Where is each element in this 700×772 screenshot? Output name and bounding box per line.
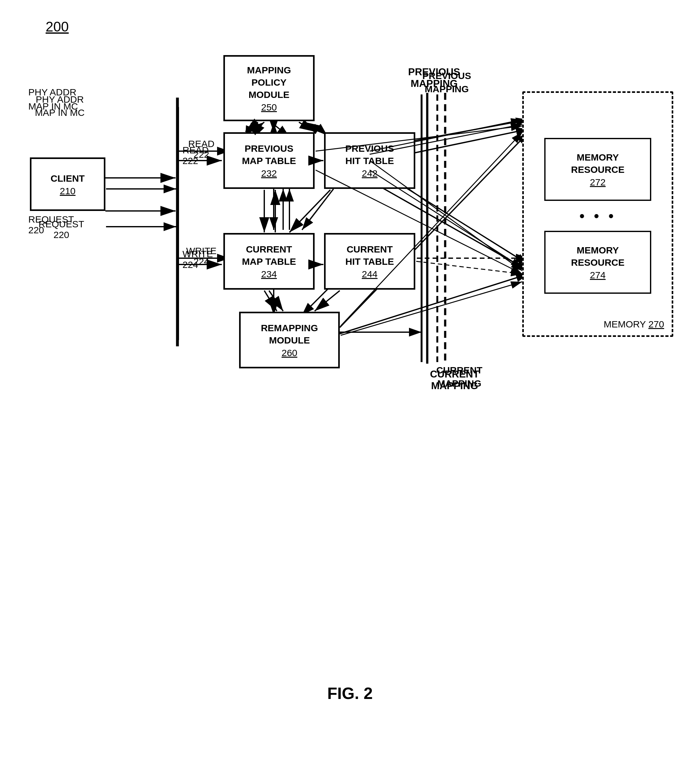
memory-dots: • • • [579,207,616,224]
prev-hit-table-label: PREVIOUSHIT TABLE [345,142,394,167]
svg-line-38 [299,122,315,132]
diagram-container: 200 [0,0,700,772]
svg-line-39 [305,122,321,132]
memory-resource-274-box: MEMORYRESOURCE 274 [544,231,651,294]
client-box: CLIENT 210 [30,157,105,211]
memory-resource-274-ref: 274 [590,270,605,281]
prev-map-table-ref: 232 [261,168,277,179]
figure-ref: 200 [46,19,69,34]
request-label-text: REQUEST220 [28,214,74,236]
remapping-module-label: REMAPPINGMODULE [261,322,318,346]
memory-resource-272-ref: 272 [590,177,605,188]
svg-line-54 [416,261,522,274]
memory-270-label: MEMORY 270 [604,319,664,330]
memory-resource-274-label: MEMORYRESOURCE [571,244,625,268]
curr-hit-table-box: CURRENTHIT TABLE 244 [324,233,415,290]
curr-map-table-label: CURRENTMAP TABLE [242,243,296,268]
prev-map-table-label: PREVIOUSMAP TABLE [242,142,296,167]
curr-hit-table-ref: 244 [362,269,377,280]
write-label-text: WRITE224 [183,249,213,270]
prev-hit-table-box: PREVIOUSHIT TABLE 242 [324,132,415,189]
read-label-text: READ222 [183,145,209,166]
mapping-policy-ref: 250 [261,102,277,113]
figure-title: FIG. 2 [327,684,372,703]
svg-line-47 [315,291,340,311]
svg-line-56 [341,282,522,335]
memory-resource-272-label: MEMORYRESOURCE [571,151,625,176]
prev-hit-table-ref: 242 [362,168,377,179]
client-ref: 210 [60,186,75,196]
svg-line-36 [245,122,258,132]
phy-addr-label-text: PHY ADDRMAP IN MC [28,85,78,113]
remapping-module-box: REMAPPINGMODULE 260 [239,312,340,368]
previous-mapping-text: PREVIOUSMAPPING [404,66,464,90]
mapping-policy-box: MAPPINGPOLICYMODULE 250 [224,55,315,121]
svg-line-42 [289,190,330,232]
mapping-policy-label: MAPPINGPOLICYMODULE [247,64,291,101]
current-mapping-text: CURRENTMAPPING [423,368,486,392]
svg-line-46 [269,291,283,311]
remapping-module-ref: 260 [282,348,297,358]
curr-map-table-ref: 234 [261,269,277,280]
memory-resource-272-box: MEMORYRESOURCE 272 [544,138,651,201]
curr-hit-table-label: CURRENTHIT TABLE [346,243,394,268]
curr-map-table-box: CURRENTMAP TABLE 234 [224,233,315,290]
svg-line-37 [252,122,264,132]
svg-line-45 [264,291,277,311]
client-label: CLIENT [51,172,85,185]
svg-line-15 [302,189,333,230]
prev-map-table-box: PREVIOUSMAP TABLE 232 [224,132,315,189]
memory-270-box: MEMORYRESOURCE 272 • • • MEMORYRESOURCE … [522,91,673,337]
